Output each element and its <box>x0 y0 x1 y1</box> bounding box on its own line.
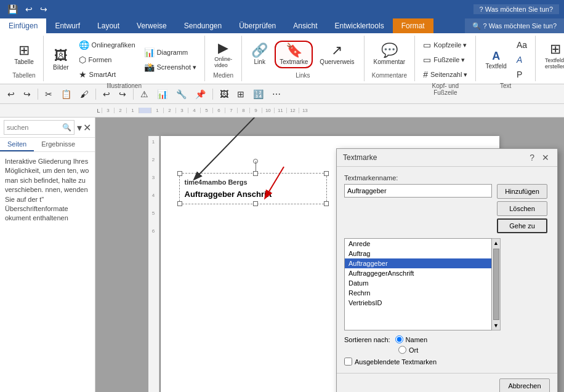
dialog-close-btn[interactable]: ✕ <box>540 153 551 162</box>
tb-redo2[interactable]: ↪ <box>115 87 130 101</box>
seitenzahl-btn[interactable]: # Seitenzahl ▾ <box>420 68 470 81</box>
tb-more[interactable]: ⋯ <box>268 87 284 101</box>
tab-einfuegen[interactable]: Einfügen <box>0 18 46 33</box>
hinzufuegen-btn[interactable]: Hinzufügen <box>497 184 547 199</box>
list-item-datum[interactable]: Datum <box>345 278 491 288</box>
radio-namen-input[interactable] <box>395 335 403 343</box>
online-label: Onlinegrafiken <box>92 41 135 49</box>
ribbon-group-textfeld: ⊞ Textfelderstellen Gruppieren Gruppieru… <box>536 36 564 81</box>
tab-ansicht[interactable]: Ansicht <box>284 18 326 33</box>
textfeld-icon: A <box>492 50 500 62</box>
diagramm-btn[interactable]: 📊 Diagramm <box>141 46 200 59</box>
kommentar-btn[interactable]: 💬 Kommentar <box>369 41 410 68</box>
tb-tools[interactable]: 🔧 <box>172 87 190 101</box>
handle-tr[interactable] <box>324 171 329 176</box>
handle-bl[interactable] <box>177 201 182 206</box>
scroll-thumb[interactable] <box>493 249 499 320</box>
scroll-up-btn[interactable]: ▲ <box>492 239 500 247</box>
tb-pin[interactable]: 📌 <box>191 87 209 101</box>
onlinevideo-btn[interactable]: ▶ Online-video <box>210 39 236 71</box>
tb-calc[interactable]: 🔢 <box>249 87 267 101</box>
scroll-down-btn[interactable]: ▼ <box>492 321 500 330</box>
schnellbausteine-btn[interactable]: Aa <box>514 38 530 52</box>
nav-close-icon[interactable]: ✕ <box>83 122 91 134</box>
textfeld-erstellen-btn[interactable]: ⊞ Textfelderstellen <box>541 40 564 72</box>
textfeld-group-items: ⊞ Textfelderstellen Gruppieren Gruppieru… <box>541 38 564 74</box>
bilder-btn[interactable]: 🖼 Bilder <box>49 47 73 73</box>
kopfzeile-btn[interactable]: ▭ Kopfzeile ▾ <box>420 38 470 52</box>
tb-format-painter[interactable]: 🖌 <box>76 87 92 101</box>
tb-redo[interactable]: ↪ <box>20 87 34 101</box>
hidden-checkbox[interactable] <box>344 358 352 366</box>
redo-btn[interactable]: ↪ <box>38 3 50 15</box>
search-input[interactable] <box>7 124 62 131</box>
tb-warning[interactable]: ⚠ <box>137 87 152 101</box>
smartart-btn[interactable]: ★ SmartArt <box>76 68 139 81</box>
loeschen-btn[interactable]: Löschen <box>497 201 547 216</box>
name-input[interactable] <box>344 184 492 198</box>
tab-layout[interactable]: Layout <box>89 18 128 33</box>
tb-undo[interactable]: ↩ <box>4 87 18 101</box>
tb-chart[interactable]: 📊 <box>153 87 171 101</box>
textfeld-label: Textfeld <box>485 63 506 70</box>
tb-grid[interactable]: ⊞ <box>233 87 248 101</box>
tabelle-btn[interactable]: ⊞ Tabelle <box>10 41 38 68</box>
undo-btn[interactable]: ↩ <box>23 3 35 15</box>
nav-tab-ergebnisse[interactable]: Ergebnisse <box>34 138 83 151</box>
handle-tm[interactable] <box>253 171 258 176</box>
formen-btn[interactable]: ⬡ Formen <box>76 53 139 66</box>
tab-format[interactable]: Format <box>393 18 433 33</box>
handle-br[interactable] <box>324 201 329 206</box>
wordart-btn[interactable]: A <box>514 53 530 66</box>
handle-tl[interactable] <box>177 171 182 176</box>
gehe-zu-btn[interactable]: Gehe zu <box>497 218 547 233</box>
textmarke-btn[interactable]: 🔖 Textmarke <box>275 41 313 68</box>
nav-tab-seiten[interactable]: Seiten <box>0 138 34 151</box>
abbrechen-btn[interactable]: Abbrechen <box>499 378 550 392</box>
help-search-input[interactable]: 🔍 ? Was möchten Sie tun? <box>465 18 564 33</box>
list-item-anrede[interactable]: Anrede <box>345 239 491 249</box>
bookmark-list[interactable]: Anrede Auftrag Auftraggeber Auftraggeger… <box>344 238 492 330</box>
onlinegrafiken-btn[interactable]: 🌐 Onlinegrafiken <box>76 38 139 52</box>
textfeld-btn[interactable]: A Textfeld <box>481 48 510 72</box>
ribbon-content: ⊞ Tabelle Tabellen 🖼 Bilder 🌐 Onlinegraf… <box>0 33 564 84</box>
screenshot-btn[interactable]: 📸 Screenshot ▾ <box>141 60 200 74</box>
fusszeile-btn[interactable]: ▭ Fußzeile ▾ <box>420 53 470 66</box>
list-item-auftraggeberanschrift[interactable]: AuftraggegerAnschrift <box>345 268 491 278</box>
radio-namen-label: Namen <box>406 336 427 343</box>
save-btn[interactable]: 💾 <box>5 3 20 15</box>
nav-dropdown-icon[interactable]: ▾ <box>77 122 82 134</box>
tab-uberpruefen[interactable]: Überprüfen <box>230 18 284 33</box>
list-item-vertriebsid[interactable]: VertriebsID <box>345 298 491 308</box>
handle-bm[interactable] <box>253 201 258 206</box>
tab-sendungen[interactable]: Sendungen <box>175 18 230 33</box>
sort-ort-row: Ort <box>398 346 550 354</box>
querverweis-btn[interactable]: ↗ Querverweis <box>315 41 358 68</box>
doc-canvas[interactable]: 123456 time4mambo Bergs Auftraggeber Ans… <box>95 118 564 392</box>
tab-entwicklertools[interactable]: Entwicklertools <box>326 18 393 33</box>
smartart-label: SmartArt <box>89 71 116 78</box>
help-search[interactable]: ? Was möchten Sie tun? <box>473 4 559 14</box>
list-item-rechrn[interactable]: Rechrn <box>345 288 491 298</box>
dialog-help-btn[interactable]: ? <box>528 153 536 162</box>
sort-row: Sortieren nach: Namen <box>344 335 550 343</box>
link-btn[interactable]: 🔗 Link <box>247 41 272 68</box>
links-items: 🔗 Link 🔖 Textmarke ↗ Querverweis <box>247 38 358 71</box>
list-item-auftrag[interactable]: Auftrag <box>345 249 491 258</box>
tab-verweise[interactable]: Verweise <box>128 18 175 33</box>
radio-ort-input[interactable] <box>398 346 406 354</box>
list-item-auftraggeber[interactable]: Auftraggeber <box>345 258 491 268</box>
tb-undo2[interactable]: ↩ <box>99 87 114 101</box>
tb-cut[interactable]: ✂ <box>41 87 56 101</box>
tb-paste[interactable]: 📋 <box>57 87 75 101</box>
tab-entwurf[interactable]: Entwurf <box>46 18 89 33</box>
listbox-scrollbar[interactable]: ▲ ▼ <box>492 238 501 330</box>
tb-image[interactable]: 🖼 <box>216 87 232 101</box>
textbox[interactable]: time4mambo Bergs Auftraggeber Anschrift <box>179 173 327 204</box>
links-group-label: Links <box>247 71 358 79</box>
textmarke-dialog: Textmarke ? ✕ Textmarkenname: Hinzufügen… <box>336 148 558 392</box>
wordart-icon: A <box>517 55 522 65</box>
initiale-btn[interactable]: P <box>514 68 530 81</box>
nav-search-box[interactable]: 🔍 <box>4 120 75 135</box>
search-icon[interactable]: 🔍 <box>62 123 71 132</box>
